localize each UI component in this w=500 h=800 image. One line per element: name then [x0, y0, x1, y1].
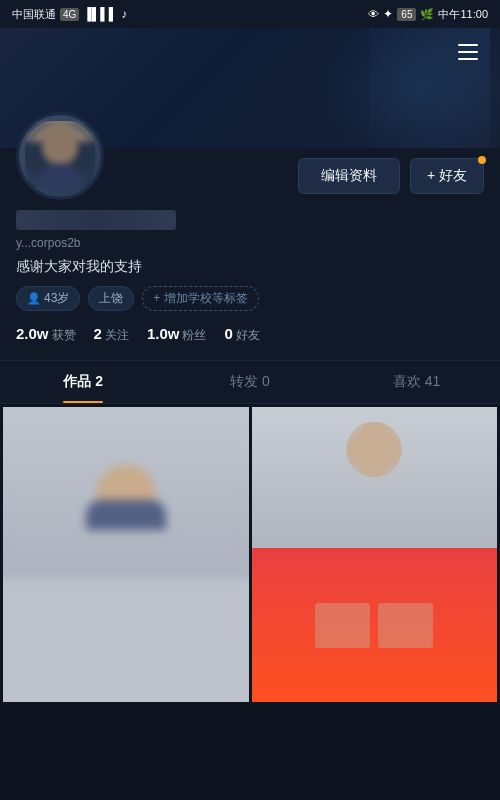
tiktok-icon: ♪: [121, 7, 127, 21]
grid-item-2[interactable]: [252, 407, 498, 702]
signal-bars: ▐▌▌▌: [83, 7, 117, 21]
menu-line-3: [458, 58, 478, 60]
blur-box-1: [315, 603, 370, 648]
avatar: [16, 112, 104, 200]
tab-works[interactable]: 作品 2: [0, 361, 167, 403]
status-bar: 中国联通 4G ▐▌▌▌ ♪ 👁 ✦ 65 🌿 中午11:00: [0, 0, 500, 28]
tabs-section: 作品 2 转发 0 喜欢 41: [0, 360, 500, 404]
menu-line-2: [458, 51, 478, 53]
grid-item-1[interactable]: [3, 407, 249, 702]
following-count: 2: [94, 325, 102, 342]
avatar-inner: [25, 121, 95, 191]
bluetooth-icon: ✦: [383, 7, 393, 21]
tabs-row: 作品 2 转发 0 喜欢 41: [0, 361, 500, 404]
eye-icon: 👁: [368, 8, 379, 20]
menu-line-1: [458, 44, 478, 46]
stat-friends[interactable]: 0 好友: [224, 325, 259, 344]
age-label: 43岁: [44, 290, 69, 307]
grid-item-1-inner: [3, 407, 249, 702]
location-tag: 上饶: [88, 286, 134, 311]
stat-followers[interactable]: 1.0w 粉丝: [147, 325, 207, 344]
following-label: 关注: [105, 327, 129, 344]
tab-reposts[interactable]: 转发 0: [167, 361, 334, 403]
avatar-blur-overlay: [25, 121, 95, 191]
tags-row: 👤 43岁 上饶 + 增加学校等标签: [16, 286, 484, 311]
friends-count: 0: [224, 325, 232, 342]
person-icon: 👤: [27, 292, 41, 305]
leaf-icon: 🌿: [420, 8, 434, 21]
status-right: 👁 ✦ 65 🌿 中午11:00: [368, 7, 488, 22]
stats-row: 2.0w 获赞 2 关注 1.0w 粉丝 0 好友: [16, 325, 484, 344]
thumb-red-top: [252, 407, 498, 548]
stat-likes: 2.0w 获赞: [16, 325, 76, 344]
action-buttons: 编辑资料 + 好友: [298, 158, 484, 194]
grid-item-2-inner: [252, 407, 498, 702]
profile-section: 编辑资料 + 好友 y...corpos2b 感谢大家对我的支持 👤 43岁 上…: [0, 148, 500, 360]
stat-following[interactable]: 2 关注: [94, 325, 129, 344]
status-left: 中国联通 4G ▐▌▌▌ ♪: [12, 7, 127, 22]
content-grid: [0, 404, 500, 705]
username-blurred: [16, 210, 176, 230]
battery-level: 65: [397, 8, 416, 21]
face-2-blur: [347, 422, 402, 477]
user-info: y...corpos2b 感谢大家对我的支持 👤 43岁 上饶 + 增加学校等标…: [16, 210, 484, 344]
menu-button[interactable]: [452, 36, 484, 68]
notification-dot: [478, 156, 486, 164]
tab-likes[interactable]: 喜欢 41: [333, 361, 500, 403]
thumb-person: [3, 407, 249, 702]
thumb-red-bg: [252, 407, 498, 702]
blur-box-2: [378, 603, 433, 648]
thumb-red-bottom: [252, 548, 498, 701]
time-display: 中午11:00: [438, 7, 488, 22]
network-type: 4G: [60, 8, 79, 21]
likes-count: 2.0w: [16, 325, 49, 342]
avatar-placeholder: [19, 115, 101, 197]
add-tags-button[interactable]: + 增加学校等标签: [142, 286, 258, 311]
face-2: [347, 422, 402, 477]
location-label: 上饶: [99, 290, 123, 307]
carrier-text: 中国联通: [12, 7, 56, 22]
edit-profile-button[interactable]: 编辑资料: [298, 158, 400, 194]
bio-text: 感谢大家对我的支持: [16, 258, 484, 276]
friends-label: 好友: [236, 327, 260, 344]
add-friend-button[interactable]: + 好友: [410, 158, 484, 194]
age-tag: 👤 43岁: [16, 286, 80, 311]
thumb-blur: [3, 407, 249, 702]
avatar-row: 编辑资料 + 好友: [16, 148, 484, 200]
likes-label: 获赞: [52, 327, 76, 344]
followers-label: 粉丝: [182, 327, 206, 344]
add-tags-label: + 增加学校等标签: [153, 290, 247, 307]
followers-count: 1.0w: [147, 325, 180, 342]
user-id: y...corpos2b: [16, 236, 484, 250]
